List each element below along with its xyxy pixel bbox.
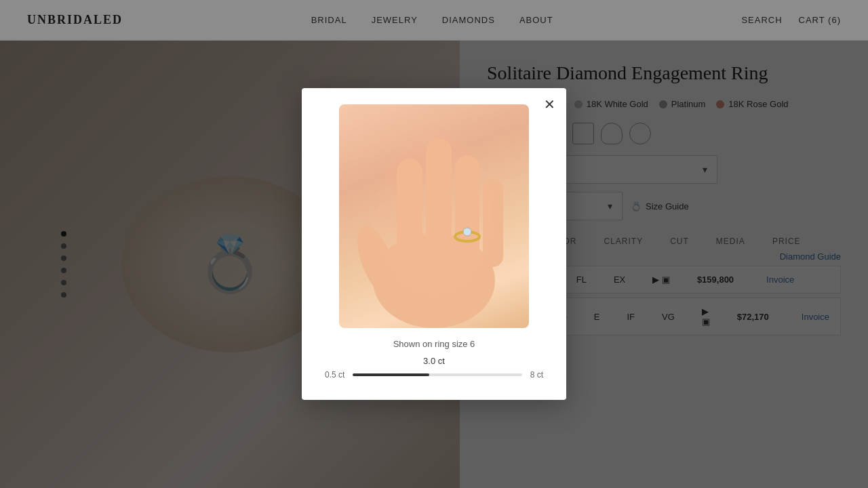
modal-overlay: ✕ Sho [0, 0, 868, 488]
slider-row: 0.5 ct 8 ct [318, 370, 550, 380]
slider-max-label: 8 ct [530, 370, 543, 380]
hand-svg [339, 104, 529, 328]
slider-fill [353, 373, 429, 376]
ring-size-modal: ✕ Sho [302, 88, 566, 400]
slider-min-label: 0.5 ct [325, 370, 344, 380]
modal-close-button[interactable]: ✕ [544, 98, 555, 111]
svg-point-8 [376, 131, 492, 294]
ct-label: 3.0 ct [423, 356, 445, 366]
hand-image [339, 104, 529, 328]
slider-track[interactable] [353, 373, 521, 376]
modal-caption: Shown on ring size 6 [393, 339, 475, 349]
